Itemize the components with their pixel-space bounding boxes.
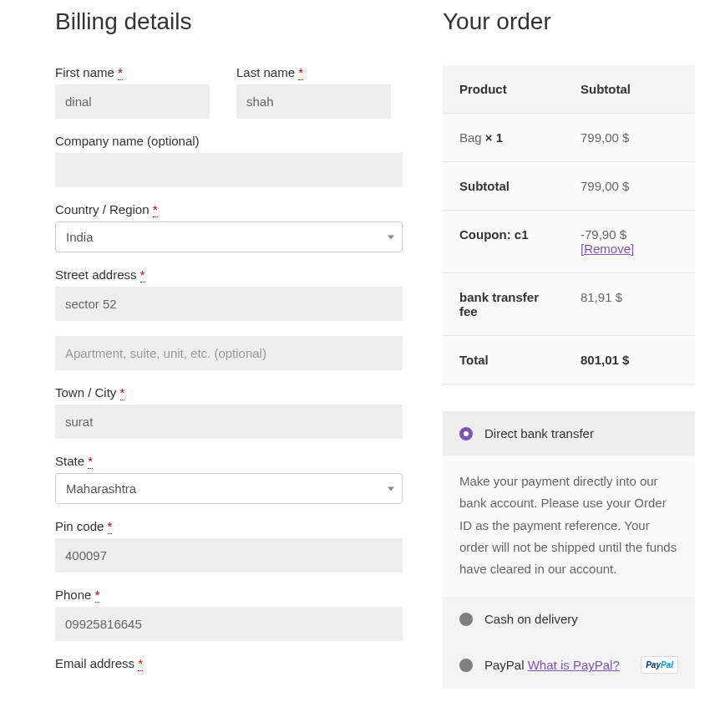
required-icon: * bbox=[118, 65, 123, 80]
payment-option-paypal[interactable]: PayPal What is PayPal? PayPal bbox=[443, 641, 695, 689]
payment-option-bank[interactable]: Direct bank transfer bbox=[443, 411, 695, 456]
first-name-input[interactable] bbox=[55, 84, 210, 119]
payment-cod-label: Cash on delivery bbox=[484, 612, 578, 626]
bank-fee-value: 81,91 $ bbox=[564, 273, 695, 336]
subtotal-label: Subtotal bbox=[443, 162, 564, 211]
required-icon: * bbox=[108, 519, 113, 534]
paypal-icon: PayPal bbox=[641, 656, 678, 674]
state-label: State * bbox=[55, 454, 403, 468]
email-label: Email address * bbox=[55, 656, 403, 670]
subtotal-header: Subtotal bbox=[564, 65, 695, 114]
street-label: Street address * bbox=[55, 267, 403, 282]
state-select[interactable]: Maharashtra bbox=[55, 473, 403, 504]
subtotal-value: 799,00 $ bbox=[564, 162, 695, 211]
required-icon: * bbox=[138, 656, 143, 671]
payment-paypal-label: PayPal What is PayPal? bbox=[484, 658, 620, 672]
radio-unchecked-icon bbox=[459, 659, 473, 672]
order-title: Your order bbox=[443, 8, 695, 35]
item-name: Bag bbox=[459, 130, 485, 145]
billing-title: Billing details bbox=[55, 8, 403, 35]
radio-checked-icon bbox=[459, 427, 473, 440]
required-icon: * bbox=[140, 267, 145, 283]
remove-coupon-link[interactable]: [Remove] bbox=[581, 242, 634, 256]
country-select[interactable]: India bbox=[55, 221, 403, 252]
radio-unchecked-icon bbox=[459, 613, 473, 626]
pin-input[interactable] bbox=[55, 538, 403, 573]
item-qty: × 1 bbox=[485, 130, 503, 145]
pin-label: Pin code * bbox=[55, 519, 403, 533]
country-label: Country / Region * bbox=[55, 202, 403, 216]
bank-fee-label: bank transfer fee bbox=[443, 273, 564, 336]
item-price: 799,00 $ bbox=[564, 114, 695, 162]
last-name-input[interactable] bbox=[236, 84, 391, 119]
first-name-label: First name * bbox=[55, 65, 221, 79]
table-row: Bag × 1 799,00 $ bbox=[443, 114, 695, 162]
required-icon: * bbox=[298, 65, 303, 80]
company-input[interactable] bbox=[55, 153, 403, 187]
required-icon: * bbox=[153, 202, 158, 217]
last-name-label: Last name * bbox=[236, 65, 403, 79]
coupon-label: Coupon: c1 bbox=[443, 211, 564, 273]
payment-option-cod[interactable]: Cash on delivery bbox=[443, 597, 695, 641]
table-row: Coupon: c1 -79,90 $ [Remove] bbox=[443, 211, 695, 273]
street-input[interactable] bbox=[55, 287, 403, 321]
table-row: Total 801,01 $ bbox=[443, 336, 695, 384]
table-row: bank transfer fee 81,91 $ bbox=[443, 273, 695, 336]
street2-input[interactable] bbox=[55, 336, 403, 370]
required-icon: * bbox=[95, 588, 100, 603]
table-row: Subtotal 799,00 $ bbox=[443, 162, 695, 211]
phone-label: Phone * bbox=[55, 588, 403, 602]
coupon-value: -79,90 $ bbox=[581, 227, 626, 242]
company-label: Company name (optional) bbox=[55, 134, 403, 148]
total-value: 801,01 $ bbox=[564, 336, 695, 384]
order-table: Product Subtotal Bag × 1 799,00 $ Subtot… bbox=[443, 65, 695, 384]
total-label: Total bbox=[443, 336, 564, 384]
product-header: Product bbox=[443, 65, 564, 114]
required-icon: * bbox=[120, 385, 125, 400]
city-label: Town / City * bbox=[55, 385, 403, 400]
required-icon: * bbox=[88, 454, 93, 469]
payment-bank-label: Direct bank transfer bbox=[484, 426, 594, 440]
phone-input[interactable] bbox=[55, 607, 403, 641]
city-input[interactable] bbox=[55, 405, 403, 439]
payment-methods: Direct bank transfer Make your payment d… bbox=[443, 411, 695, 689]
payment-bank-description: Make your payment directly into our bank… bbox=[443, 456, 695, 597]
paypal-info-link[interactable]: What is PayPal? bbox=[528, 658, 620, 672]
